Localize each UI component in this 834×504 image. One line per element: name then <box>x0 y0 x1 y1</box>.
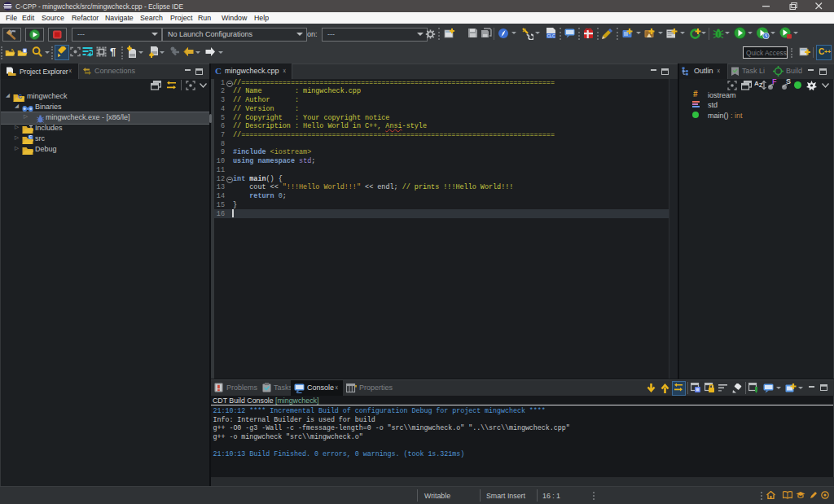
svg-text:C: C <box>18 94 22 99</box>
svg-text:CLC: CLC <box>547 33 555 38</box>
